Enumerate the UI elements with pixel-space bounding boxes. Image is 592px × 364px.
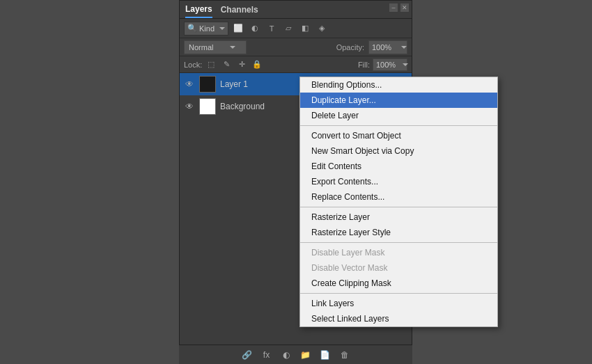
menu-item-blending-options[interactable]: Blending Options... [300,77,497,93]
menu-item-export-contents[interactable]: Export Contents... [300,174,497,189]
menu-item-disable-layer-mask[interactable]: Disable Layer Mask [300,245,497,260]
search-icon: 🔍 [187,24,197,33]
new-layer-icon[interactable]: 📄 [318,348,332,362]
type-filter-icon[interactable]: T [265,22,279,35]
tab-channels[interactable]: Channels [221,2,258,17]
link-icon[interactable]: 🔗 [240,348,254,362]
kind-filter-select[interactable]: 🔍 Kind [184,22,228,35]
chevron-down-icon [403,63,408,66]
chevron-down-icon [230,46,235,49]
panel-minimize-button[interactable]: – [389,3,398,12]
delete-layer-icon[interactable]: 🗑 [338,348,352,362]
layer-name: Background [220,102,265,111]
lock-fill-row: Lock: ⬚ ✎ ✛ 🔒 Fill: 100% [180,56,412,73]
shape-filter-icon[interactable]: ▱ [281,22,295,35]
blend-mode-select[interactable]: Normal [184,40,247,54]
panel-controls: – ✕ [389,3,409,12]
menu-item-link-layers[interactable]: Link Layers [300,296,497,311]
filter-toolbar: 🔍 Kind ⬜ ◐ T ▱ ◧ ◈ [180,19,412,38]
blend-opacity-row: Normal Opacity: 100% [180,38,412,56]
kind-label: Kind [199,24,215,33]
menu-item-edit-contents[interactable]: Edit Contents [300,159,497,174]
chevron-down-icon [219,27,225,30]
menu-item-select-linked[interactable]: Select Linked Layers [300,311,497,326]
lock-move-icon[interactable]: ✛ [235,58,248,71]
menu-item-rasterize-style[interactable]: Rasterize Layer Style [300,225,497,240]
layer-thumbnail [199,98,216,115]
panel-bottom-bar: 🔗 fx ◐ 📁 📄 🗑 [179,345,412,364]
menu-item-disable-vector-mask[interactable]: Disable Vector Mask [300,260,497,276]
menu-item-new-smart-copy[interactable]: New Smart Object via Copy [300,143,497,159]
fill-input[interactable]: 100% [373,58,407,71]
panel-close-button[interactable]: ✕ [400,3,409,12]
opacity-label: Opacity: [336,43,364,52]
layer-visibility-icon[interactable]: 👁 [184,79,195,90]
menu-item-create-clipping[interactable]: Create Clipping Mask [300,276,497,291]
adjustment-filter-icon[interactable]: ◐ [248,22,262,35]
menu-item-replace-contents[interactable]: Replace Contents... [300,189,497,205]
context-menu: Blending Options... Duplicate Layer... D… [299,77,498,327]
blend-mode-value: Normal [189,43,213,52]
layer-visibility-icon[interactable]: 👁 [184,101,195,112]
lock-label: Lock: [184,61,202,69]
fill-value-text: 100% [376,61,396,69]
menu-separator [300,293,497,294]
lock-pixels-icon[interactable]: ⬚ [205,58,217,71]
folder-icon[interactable]: 📁 [299,348,313,362]
lock-all-icon[interactable]: 🔒 [251,58,263,71]
lock-position-icon[interactable]: ✎ [220,58,233,71]
opacity-value-text: 100% [372,43,391,52]
menu-item-rasterize-layer[interactable]: Rasterize Layer [300,209,497,225]
fill-label: Fill: [358,61,370,69]
panel-title-bar: Layers Channels – ✕ [180,1,412,19]
fx-icon[interactable]: fx [260,348,274,362]
menu-item-duplicate-layer[interactable]: Duplicate Layer... [300,93,497,108]
layer-thumbnail [199,76,216,93]
adjustment-icon[interactable]: ◐ [279,348,293,362]
menu-separator [300,125,497,126]
tab-layers[interactable]: Layers [185,1,212,18]
menu-separator [300,242,497,243]
pixel-filter-icon[interactable]: ⬜ [231,22,245,35]
chevron-down-icon [401,46,407,49]
smart-filter-icon[interactable]: ◧ [298,22,312,35]
menu-item-delete-layer[interactable]: Delete Layer [300,108,497,123]
layer-name: Layer 1 [220,79,248,89]
menu-item-convert-smart[interactable]: Convert to Smart Object [300,128,497,143]
effect-filter-icon[interactable]: ◈ [315,22,329,35]
opacity-input[interactable]: 100% [368,40,407,54]
menu-separator [300,207,497,207]
